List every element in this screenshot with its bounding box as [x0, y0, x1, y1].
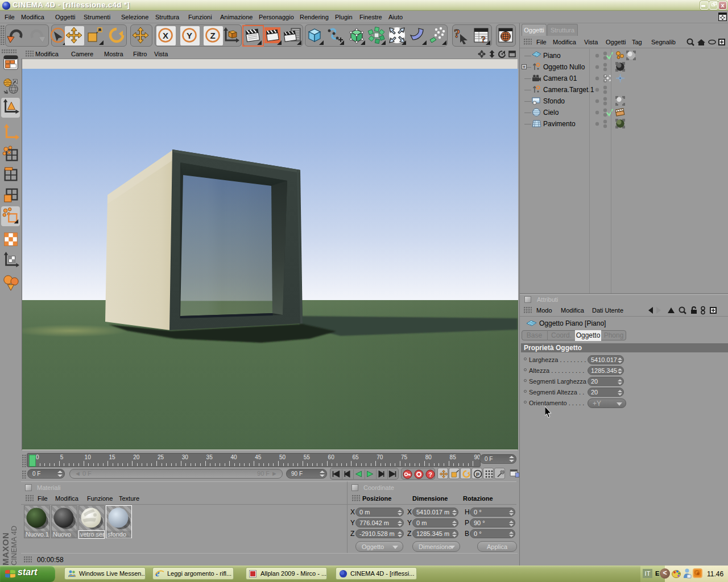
svg-text:?: ?	[454, 26, 460, 40]
svg-text:Y: Y	[187, 31, 192, 40]
svg-text:Z: Z	[210, 31, 215, 40]
svg-text:?: ?	[428, 471, 432, 478]
svg-text:P: P	[476, 472, 479, 477]
svg-text:?: ?	[481, 35, 486, 44]
svg-text:X: X	[163, 31, 168, 40]
